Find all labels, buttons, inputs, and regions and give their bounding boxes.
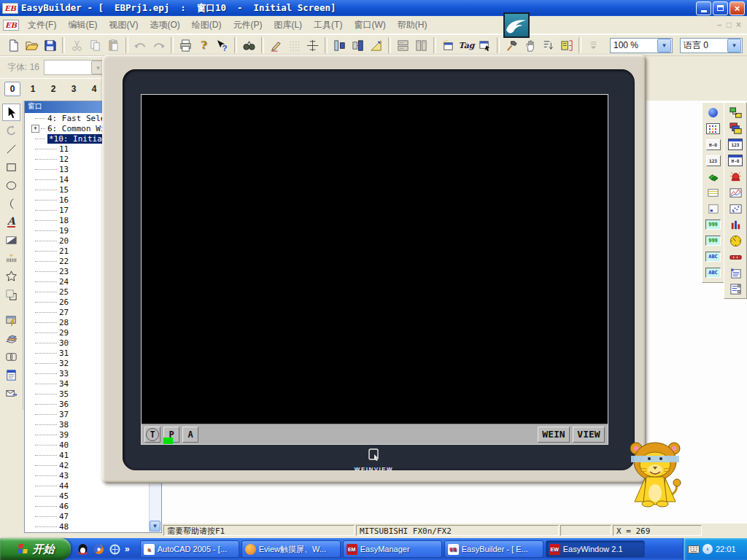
measure-icon[interactable] (367, 36, 385, 54)
align-icon[interactable] (330, 36, 349, 54)
context-help-icon[interactable]: ? (213, 36, 231, 54)
mdi-restore-button[interactable]: □ (727, 20, 732, 30)
sort-icon[interactable] (539, 36, 557, 54)
restore-button[interactable] (713, 1, 728, 15)
xy-plot-icon[interactable] (726, 201, 745, 217)
tree-item[interactable]: 47 (25, 511, 161, 521)
compile-doc-icon[interactable] (2, 366, 20, 384)
qq-messenger-icon[interactable] (77, 543, 89, 556)
edit-canvas[interactable]: T P A WEIN VIEW (141, 94, 608, 445)
menu-item-tools[interactable]: 工具(T) (308, 17, 348, 34)
undo-icon[interactable] (131, 36, 150, 54)
set-bit-icon[interactable]: H-O (726, 152, 745, 168)
media-player-icon[interactable] (93, 543, 105, 556)
save-icon[interactable] (41, 36, 59, 54)
menu-item-library[interactable]: 图库(L) (268, 17, 308, 34)
moving-shape-icon[interactable] (704, 184, 723, 201)
pen-icon[interactable] (267, 36, 285, 54)
tree-item[interactable]: 48 (25, 521, 161, 532)
expand-icon[interactable]: + (31, 125, 39, 133)
tag-icon[interactable]: Tag (457, 36, 476, 54)
redo-icon[interactable] (150, 36, 168, 54)
group-tool-icon[interactable] (2, 348, 20, 365)
state-button-1[interactable]: 1 (25, 82, 41, 96)
copy-icon[interactable] (86, 36, 104, 54)
arc-tool-icon[interactable] (2, 195, 20, 212)
menu-item-view[interactable]: 视图(V) (103, 17, 144, 34)
device-task-button[interactable]: T (144, 427, 160, 443)
word-lamp-icon[interactable] (704, 120, 723, 136)
line-tool-icon[interactable] (2, 140, 20, 158)
hmi-device-window[interactable]: T P A WEIN VIEW WEINVIEW (102, 55, 646, 483)
start-button[interactable]: 开始 (0, 538, 71, 560)
library-new-icon[interactable] (439, 36, 457, 54)
taskbar-task-button[interactable]: EBEasyBuilder - [ E... (444, 540, 543, 558)
menu-item-help[interactable]: 帮助(H) (392, 17, 433, 34)
direct-window-icon[interactable] (726, 104, 745, 120)
bitmap-tool-icon[interactable] (2, 231, 20, 249)
state-button-4[interactable]: 4 (86, 82, 102, 96)
event-display-icon[interactable] (726, 265, 745, 281)
transform-tool-icon[interactable] (2, 122, 20, 139)
pan-hand-icon[interactable] (521, 36, 539, 54)
cut-icon[interactable] (68, 36, 86, 54)
text-tool-icon[interactable]: A (2, 213, 20, 230)
help-icon[interactable]: ? (195, 36, 213, 54)
taskbar-task-button[interactable]: Eview触摸屏、W... (241, 540, 341, 558)
mdi-close-button[interactable]: × (736, 20, 741, 30)
window-tile-icon[interactable] (412, 36, 430, 54)
zoom-dropdown-button[interactable]: ▾ (657, 39, 671, 52)
bit-lamp-icon[interactable] (704, 104, 723, 120)
language-combobox[interactable]: 语言 0 ▾ (680, 38, 743, 53)
device-panel-button[interactable]: P (163, 427, 179, 443)
function-key-icon[interactable] (704, 168, 723, 184)
numeric-keypad-icon[interactable]: 123 (704, 152, 723, 168)
device-alarm-button[interactable]: A (182, 427, 198, 443)
minimize-button[interactable] (696, 1, 711, 15)
hatch-tool-icon[interactable] (2, 249, 20, 267)
wein-button[interactable]: WEIN (538, 427, 570, 443)
window-edit-icon[interactable] (2, 311, 20, 329)
shape-library-icon[interactable] (2, 330, 20, 347)
assistant-mascot[interactable] (626, 438, 686, 508)
build-icon[interactable] (503, 36, 521, 54)
polygon-tool-icon[interactable] (2, 268, 20, 285)
taskbar-task-button[interactable]: EWEasyWindow 2.1 (546, 540, 645, 558)
numeric-display-icon[interactable]: 999 (704, 217, 723, 233)
taskbar-task-button[interactable]: EMEasyManager (343, 540, 442, 558)
alarm-display-icon[interactable] (726, 168, 745, 184)
new-icon[interactable] (4, 36, 23, 54)
snap-icon[interactable] (303, 36, 322, 54)
detail-arrows-icon[interactable] (584, 36, 603, 54)
menu-item-option[interactable]: 选项(O) (144, 17, 185, 34)
download-icon[interactable] (557, 36, 576, 54)
numeric-input-icon[interactable]: 999 (704, 233, 723, 249)
alarm-list-icon[interactable] (726, 281, 745, 297)
trend-display-icon[interactable] (726, 184, 745, 201)
bar-graph-icon[interactable] (726, 217, 745, 233)
open-icon[interactable] (23, 36, 41, 54)
zoom-combobox[interactable]: 100 % ▾ (610, 38, 673, 53)
toggle-switch-icon[interactable]: H-O (704, 136, 723, 152)
state-button-3[interactable]: 3 (66, 82, 82, 96)
scroll-down-button[interactable]: ▼ (150, 521, 160, 532)
ellipse-tool-icon[interactable] (2, 176, 20, 194)
state-button-2[interactable]: 2 (45, 82, 61, 96)
menu-item-file[interactable]: 文件(F) (22, 17, 62, 34)
grid-icon[interactable] (285, 36, 303, 54)
menu-item-draw[interactable]: 绘图(D) (186, 17, 228, 34)
indirect-window-icon[interactable] (726, 120, 745, 136)
state-button-0[interactable]: 0 (4, 82, 20, 96)
find-icon[interactable] (240, 36, 258, 54)
ascii-input-icon[interactable]: ABC (704, 265, 723, 281)
close-button[interactable]: × (729, 1, 745, 15)
taskbar-task-button[interactable]: aAutoCAD 2005 - [... (140, 540, 239, 558)
view-button[interactable]: VIEW (573, 427, 605, 443)
transform-icon[interactable] (349, 36, 367, 54)
meter-display-icon[interactable] (726, 233, 745, 249)
scale-frame-tool-icon[interactable] (2, 286, 20, 303)
keyboard-tray-icon[interactable] (688, 545, 700, 553)
properties-icon[interactable] (476, 36, 494, 54)
tree-item[interactable]: 46 (25, 501, 161, 511)
select-tool-icon[interactable] (2, 104, 20, 121)
